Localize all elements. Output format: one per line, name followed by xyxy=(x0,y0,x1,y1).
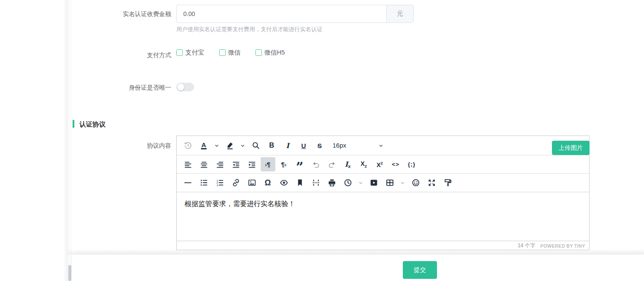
align-right-icon[interactable] xyxy=(213,157,227,171)
align-left-icon[interactable] xyxy=(181,157,195,171)
editor-status-bar: 14 个字 POWERED BY TINY xyxy=(177,241,589,250)
subscript-icon[interactable]: X2 xyxy=(357,157,371,171)
italic-icon[interactable]: I xyxy=(281,139,295,153)
chevron-down-icon[interactable] xyxy=(213,139,221,153)
rich-text-editor: 上传图片 ABIUS16px ›¶¶‹”IxX2X2<>{;} —123Ω 根据… xyxy=(176,136,590,250)
code-icon[interactable]: <> xyxy=(389,157,403,171)
media-icon[interactable] xyxy=(367,176,381,190)
emoticons-icon[interactable] xyxy=(408,176,423,190)
fee-amount-input[interactable] xyxy=(177,5,386,23)
insert-datetime-icon[interactable] xyxy=(341,176,355,190)
word-count: 14 个字 xyxy=(518,242,536,249)
content-edge-shadow xyxy=(63,0,68,281)
backcolor-icon[interactable] xyxy=(223,139,237,153)
forecolor-icon[interactable]: A xyxy=(197,139,211,153)
page-break-icon[interactable] xyxy=(309,176,323,190)
underline-icon[interactable]: U xyxy=(296,139,311,153)
id-unique-label: 身份证是否唯一 xyxy=(0,84,171,92)
code-sample-icon[interactable]: {;} xyxy=(405,157,419,171)
align-center-icon[interactable] xyxy=(197,157,211,171)
superscript-icon[interactable]: X2 xyxy=(373,157,387,171)
editor-toolbar-row-1: ABIUS16px xyxy=(177,136,589,155)
section-title: 认证协议 xyxy=(80,120,105,129)
submit-button[interactable]: 提交 xyxy=(403,261,437,279)
rtl-icon[interactable]: ¶‹ xyxy=(277,157,291,171)
remove-format-icon[interactable]: Ix xyxy=(341,157,355,171)
undo-icon[interactable] xyxy=(309,157,323,171)
svg-text:3: 3 xyxy=(217,184,218,187)
chevron-down-icon[interactable] xyxy=(357,176,365,190)
payment-checkbox-group: 支付宝 微信 微信H5 xyxy=(176,48,300,57)
chevron-down-icon[interactable] xyxy=(399,176,407,190)
section-accent-bar xyxy=(73,120,74,128)
checkbox-box-icon[interactable] xyxy=(176,49,183,56)
agreement-content-label: 协议内容 xyxy=(0,142,171,150)
bold-icon[interactable]: B xyxy=(265,139,279,153)
fee-amount-label: 实名认证收费金额 xyxy=(0,10,171,18)
search-icon[interactable] xyxy=(249,139,263,153)
link-icon[interactable] xyxy=(229,176,243,190)
vertical-scrollbar[interactable] xyxy=(68,0,72,281)
anchor-icon[interactable] xyxy=(293,176,307,190)
fee-unit-suffix: 元 xyxy=(386,5,413,23)
fontsize-select[interactable]: 16px xyxy=(328,139,388,153)
fullscreen-icon[interactable] xyxy=(424,176,439,190)
editor-content-area[interactable]: 根据监管要求，需要进行实名核验！ xyxy=(177,192,589,241)
bottom-action-bar: 提交 xyxy=(72,255,644,281)
table-icon[interactable] xyxy=(383,176,397,190)
switch-knob xyxy=(177,84,184,90)
checkbox-wechat-h5[interactable]: 微信H5 xyxy=(255,48,285,57)
strikethrough-icon[interactable]: S xyxy=(312,139,327,153)
ltr-icon[interactable]: ›¶ xyxy=(261,157,275,171)
page: 实名认证收费金额 元 用户使用实名认证需要支付费用，支付后才能进行实名认证 支付… xyxy=(0,0,644,281)
id-unique-switch[interactable] xyxy=(176,83,194,91)
checkbox-wechat[interactable]: 微信 xyxy=(219,48,241,57)
tiny-branding[interactable]: POWERED BY TINY xyxy=(540,243,585,249)
list-bullet-icon[interactable] xyxy=(197,176,211,190)
checkbox-box-icon[interactable] xyxy=(219,49,226,56)
fee-help-text: 用户使用实名认证需要支付费用，支付后才能进行实名认证 xyxy=(176,26,322,33)
horizontal-rule-icon[interactable]: — xyxy=(181,176,195,190)
list-numbered-icon[interactable]: 123 xyxy=(213,176,227,190)
special-character-icon[interactable]: Ω xyxy=(261,176,275,190)
chevron-down-icon[interactable] xyxy=(239,139,247,153)
payment-method-label: 支付方式 xyxy=(0,52,171,59)
fee-amount-field: 元 xyxy=(176,5,414,23)
history-icon[interactable] xyxy=(181,139,195,153)
checkbox-label: 微信 xyxy=(228,48,241,57)
upload-image-button[interactable]: 上传图片 xyxy=(552,141,590,155)
scrollbar-thumb[interactable] xyxy=(68,265,71,281)
preview-icon[interactable] xyxy=(277,176,291,190)
redo-icon[interactable] xyxy=(325,157,339,171)
outdent-icon[interactable] xyxy=(229,157,243,171)
format-painter-icon[interactable] xyxy=(440,176,455,190)
editor-toolbar-row-3: —123Ω xyxy=(177,174,589,192)
indent-icon[interactable] xyxy=(245,157,259,171)
print-icon[interactable] xyxy=(325,176,339,190)
checkbox-label: 支付宝 xyxy=(185,48,204,57)
blockquote-icon[interactable]: ” xyxy=(293,157,307,171)
checkbox-label: 微信H5 xyxy=(265,48,285,57)
image-icon[interactable] xyxy=(245,176,259,190)
checkbox-box-icon[interactable] xyxy=(255,49,262,56)
checkbox-alipay[interactable]: 支付宝 xyxy=(176,48,204,57)
editor-toolbar-row-2: ›¶¶‹”IxX2X2<>{;} xyxy=(177,155,589,174)
